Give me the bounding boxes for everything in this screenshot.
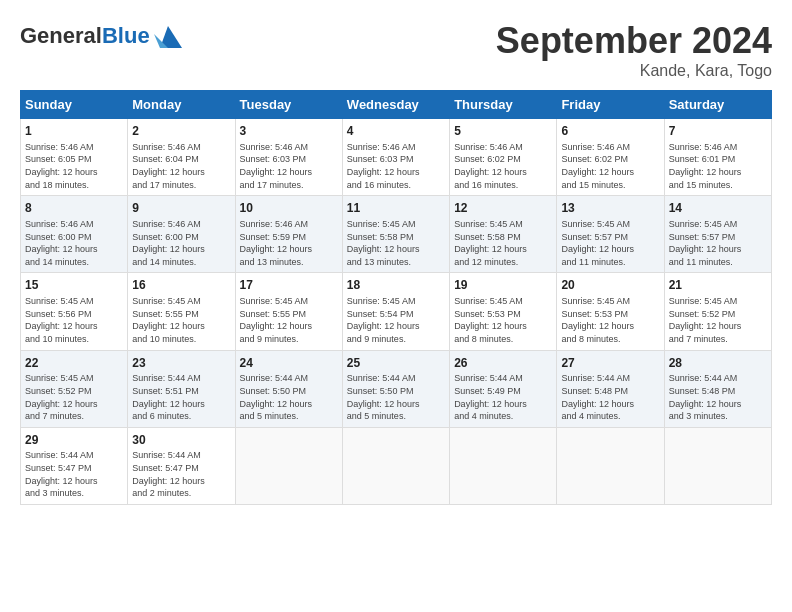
day-number: 30 <box>132 432 230 449</box>
col-wednesday: Wednesday <box>342 91 449 119</box>
calendar-week-row: 8Sunrise: 5:46 AM Sunset: 6:00 PM Daylig… <box>21 196 772 273</box>
day-number: 25 <box>347 355 445 372</box>
day-number: 14 <box>669 200 767 217</box>
table-row: 25Sunrise: 5:44 AM Sunset: 5:50 PM Dayli… <box>342 350 449 427</box>
table-row: 27Sunrise: 5:44 AM Sunset: 5:48 PM Dayli… <box>557 350 664 427</box>
table-row: 16Sunrise: 5:45 AM Sunset: 5:55 PM Dayli… <box>128 273 235 350</box>
day-info: Sunrise: 5:45 AM Sunset: 5:53 PM Dayligh… <box>561 295 659 345</box>
day-number: 11 <box>347 200 445 217</box>
day-info: Sunrise: 5:46 AM Sunset: 6:00 PM Dayligh… <box>25 218 123 268</box>
table-row: 8Sunrise: 5:46 AM Sunset: 6:00 PM Daylig… <box>21 196 128 273</box>
day-info: Sunrise: 5:46 AM Sunset: 6:00 PM Dayligh… <box>132 218 230 268</box>
table-row: 6Sunrise: 5:46 AM Sunset: 6:02 PM Daylig… <box>557 119 664 196</box>
calendar-week-row: 1Sunrise: 5:46 AM Sunset: 6:05 PM Daylig… <box>21 119 772 196</box>
day-number: 23 <box>132 355 230 372</box>
day-info: Sunrise: 5:46 AM Sunset: 6:03 PM Dayligh… <box>347 141 445 191</box>
logo-icon <box>152 20 184 52</box>
title-block: September 2024 Kande, Kara, Togo <box>496 20 772 80</box>
table-row: 18Sunrise: 5:45 AM Sunset: 5:54 PM Dayli… <box>342 273 449 350</box>
day-info: Sunrise: 5:44 AM Sunset: 5:48 PM Dayligh… <box>669 372 767 422</box>
col-thursday: Thursday <box>450 91 557 119</box>
day-info: Sunrise: 5:45 AM Sunset: 5:57 PM Dayligh… <box>561 218 659 268</box>
location-subtitle: Kande, Kara, Togo <box>496 62 772 80</box>
day-number: 24 <box>240 355 338 372</box>
table-row: 13Sunrise: 5:45 AM Sunset: 5:57 PM Dayli… <box>557 196 664 273</box>
day-info: Sunrise: 5:46 AM Sunset: 6:04 PM Dayligh… <box>132 141 230 191</box>
table-row <box>664 427 771 504</box>
logo-blue: Blue <box>102 23 150 48</box>
day-number: 5 <box>454 123 552 140</box>
day-number: 15 <box>25 277 123 294</box>
table-row: 4Sunrise: 5:46 AM Sunset: 6:03 PM Daylig… <box>342 119 449 196</box>
table-row: 29Sunrise: 5:44 AM Sunset: 5:47 PM Dayli… <box>21 427 128 504</box>
logo-general: General <box>20 23 102 48</box>
table-row: 11Sunrise: 5:45 AM Sunset: 5:58 PM Dayli… <box>342 196 449 273</box>
day-number: 3 <box>240 123 338 140</box>
table-row: 1Sunrise: 5:46 AM Sunset: 6:05 PM Daylig… <box>21 119 128 196</box>
day-info: Sunrise: 5:45 AM Sunset: 5:58 PM Dayligh… <box>454 218 552 268</box>
table-row: 17Sunrise: 5:45 AM Sunset: 5:55 PM Dayli… <box>235 273 342 350</box>
calendar-week-row: 15Sunrise: 5:45 AM Sunset: 5:56 PM Dayli… <box>21 273 772 350</box>
table-row: 15Sunrise: 5:45 AM Sunset: 5:56 PM Dayli… <box>21 273 128 350</box>
day-number: 16 <box>132 277 230 294</box>
day-info: Sunrise: 5:45 AM Sunset: 5:57 PM Dayligh… <box>669 218 767 268</box>
table-row: 30Sunrise: 5:44 AM Sunset: 5:47 PM Dayli… <box>128 427 235 504</box>
month-title: September 2024 <box>496 20 772 62</box>
table-row: 19Sunrise: 5:45 AM Sunset: 5:53 PM Dayli… <box>450 273 557 350</box>
table-row: 24Sunrise: 5:44 AM Sunset: 5:50 PM Dayli… <box>235 350 342 427</box>
day-info: Sunrise: 5:46 AM Sunset: 5:59 PM Dayligh… <box>240 218 338 268</box>
day-number: 21 <box>669 277 767 294</box>
calendar-week-row: 22Sunrise: 5:45 AM Sunset: 5:52 PM Dayli… <box>21 350 772 427</box>
day-number: 10 <box>240 200 338 217</box>
day-number: 12 <box>454 200 552 217</box>
day-number: 29 <box>25 432 123 449</box>
col-saturday: Saturday <box>664 91 771 119</box>
calendar-header-row: Sunday Monday Tuesday Wednesday Thursday… <box>21 91 772 119</box>
day-number: 9 <box>132 200 230 217</box>
day-info: Sunrise: 5:45 AM Sunset: 5:52 PM Dayligh… <box>25 372 123 422</box>
day-info: Sunrise: 5:44 AM Sunset: 5:47 PM Dayligh… <box>132 449 230 499</box>
table-row: 20Sunrise: 5:45 AM Sunset: 5:53 PM Dayli… <box>557 273 664 350</box>
table-row <box>235 427 342 504</box>
day-info: Sunrise: 5:46 AM Sunset: 6:02 PM Dayligh… <box>454 141 552 191</box>
col-monday: Monday <box>128 91 235 119</box>
table-row: 5Sunrise: 5:46 AM Sunset: 6:02 PM Daylig… <box>450 119 557 196</box>
day-info: Sunrise: 5:46 AM Sunset: 6:01 PM Dayligh… <box>669 141 767 191</box>
table-row <box>450 427 557 504</box>
day-info: Sunrise: 5:45 AM Sunset: 5:55 PM Dayligh… <box>132 295 230 345</box>
table-row <box>342 427 449 504</box>
day-info: Sunrise: 5:45 AM Sunset: 5:53 PM Dayligh… <box>454 295 552 345</box>
table-row: 12Sunrise: 5:45 AM Sunset: 5:58 PM Dayli… <box>450 196 557 273</box>
day-number: 19 <box>454 277 552 294</box>
day-info: Sunrise: 5:45 AM Sunset: 5:55 PM Dayligh… <box>240 295 338 345</box>
day-number: 17 <box>240 277 338 294</box>
page-header: GeneralBlue September 2024 Kande, Kara, … <box>20 20 772 80</box>
day-number: 2 <box>132 123 230 140</box>
table-row: 9Sunrise: 5:46 AM Sunset: 6:00 PM Daylig… <box>128 196 235 273</box>
day-info: Sunrise: 5:46 AM Sunset: 6:05 PM Dayligh… <box>25 141 123 191</box>
day-number: 20 <box>561 277 659 294</box>
day-info: Sunrise: 5:44 AM Sunset: 5:47 PM Dayligh… <box>25 449 123 499</box>
table-row: 7Sunrise: 5:46 AM Sunset: 6:01 PM Daylig… <box>664 119 771 196</box>
table-row <box>557 427 664 504</box>
day-number: 4 <box>347 123 445 140</box>
day-number: 13 <box>561 200 659 217</box>
col-tuesday: Tuesday <box>235 91 342 119</box>
day-info: Sunrise: 5:46 AM Sunset: 6:03 PM Dayligh… <box>240 141 338 191</box>
day-number: 7 <box>669 123 767 140</box>
table-row: 26Sunrise: 5:44 AM Sunset: 5:49 PM Dayli… <box>450 350 557 427</box>
table-row: 14Sunrise: 5:45 AM Sunset: 5:57 PM Dayli… <box>664 196 771 273</box>
day-number: 26 <box>454 355 552 372</box>
day-number: 27 <box>561 355 659 372</box>
day-info: Sunrise: 5:44 AM Sunset: 5:50 PM Dayligh… <box>347 372 445 422</box>
table-row: 23Sunrise: 5:44 AM Sunset: 5:51 PM Dayli… <box>128 350 235 427</box>
day-info: Sunrise: 5:46 AM Sunset: 6:02 PM Dayligh… <box>561 141 659 191</box>
col-friday: Friday <box>557 91 664 119</box>
day-info: Sunrise: 5:44 AM Sunset: 5:50 PM Dayligh… <box>240 372 338 422</box>
logo: GeneralBlue <box>20 20 184 52</box>
col-sunday: Sunday <box>21 91 128 119</box>
day-info: Sunrise: 5:44 AM Sunset: 5:51 PM Dayligh… <box>132 372 230 422</box>
day-info: Sunrise: 5:44 AM Sunset: 5:48 PM Dayligh… <box>561 372 659 422</box>
day-number: 6 <box>561 123 659 140</box>
day-info: Sunrise: 5:44 AM Sunset: 5:49 PM Dayligh… <box>454 372 552 422</box>
